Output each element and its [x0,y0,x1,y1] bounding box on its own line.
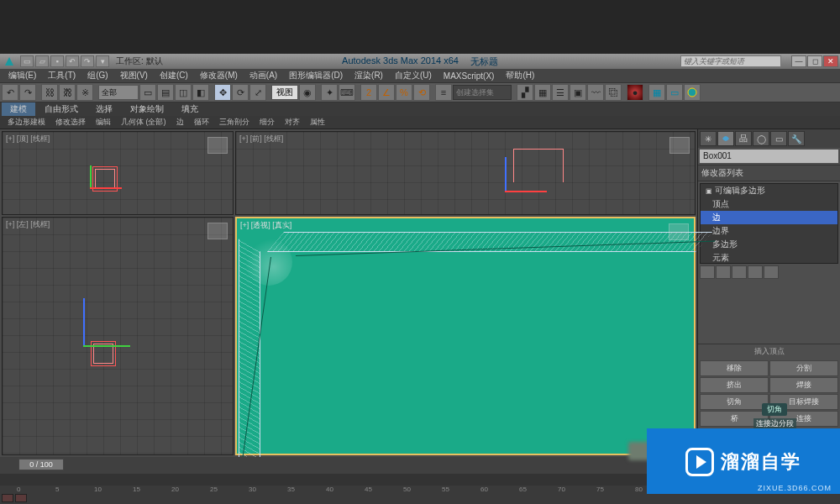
menu-views[interactable]: 视图(V) [115,69,153,82]
material-editor-icon[interactable]: ● [627,84,643,101]
select-move-icon[interactable]: ✥ [214,84,231,101]
pin-stack-icon[interactable] [700,265,715,279]
align-icon[interactable]: ▦ [534,84,551,101]
viewport-left[interactable]: [+] [左] [线框] [2,217,234,455]
qat-open-icon[interactable]: ▱ [35,55,49,67]
ribbon-tab-objectpaint[interactable]: 对象绘制 [122,102,172,116]
keyboard-shortcut-icon[interactable]: ⌨ [339,84,355,101]
rollout-insert-vertex[interactable]: 插入顶点 [698,344,840,359]
viewcube-icon[interactable] [207,223,228,239]
extrude-button[interactable]: 挤出 [700,377,769,393]
graphite-toggle-icon[interactable]: ▣ [570,84,586,101]
ribbon-panel[interactable]: 编辑 [92,116,115,129]
ribbon-panel[interactable]: 修改选择 [51,116,90,129]
ribbon-tab-populate[interactable]: 填充 [173,102,207,116]
display-tab-icon[interactable]: ▭ [770,131,787,146]
stack-item-editable-poly[interactable]: 可编辑多边形 [701,184,837,197]
menu-animation[interactable]: 动画(A) [244,69,282,82]
weld-button[interactable]: 焊接 [769,377,838,393]
hierarchy-tab-icon[interactable]: 品 [735,131,752,146]
modifier-stack[interactable]: 可编辑多边形 顶点 边 边界 多边形 元素 [700,183,838,264]
maximize-button[interactable]: ◻ [807,55,822,67]
layers-icon[interactable]: ☰ [552,84,569,101]
menu-group[interactable]: 组(G) [82,69,113,82]
modify-tab-icon[interactable] [717,131,734,146]
qat-undo-icon[interactable]: ↶ [66,55,79,67]
menu-grapheditors[interactable]: 图形编辑器(D) [284,69,348,82]
select-by-name-icon[interactable]: ▤ [157,84,174,101]
menu-customize[interactable]: 自定义(U) [390,69,437,82]
ribbon-panel[interactable]: 对齐 [281,116,304,129]
ribbon-panel[interactable]: 属性 [306,116,329,129]
workspace-label[interactable]: 工作区: 默认 [116,55,163,67]
bind-spacewarp-icon[interactable]: ※ [76,84,93,101]
qat-save-icon[interactable]: ▪ [50,55,64,67]
time-slider[interactable]: 0 / 100 [0,457,697,474]
maxscript-listener-icon[interactable] [2,494,13,502]
ribbon-panel[interactable]: 多边形建模 [3,116,50,129]
schematic-view-icon[interactable]: ⿻ [605,84,622,101]
render-setup-icon[interactable]: ▦ [648,84,665,101]
ribbon-tab-selection[interactable]: 选择 [87,102,121,116]
qat-redo-icon[interactable]: ↷ [81,55,94,67]
viewcube-icon[interactable] [669,223,689,240]
stack-sub-edge[interactable]: 边 [701,211,837,224]
snap-angle-icon[interactable]: ∠ [378,84,395,101]
minimize-button[interactable]: — [791,55,806,67]
manipulate-icon[interactable]: ✦ [321,84,338,101]
named-selection-dropdown[interactable]: 创建选择集 [453,85,512,100]
ref-coord-dropdown[interactable]: 视图 [271,85,298,100]
viewport-label[interactable]: [+] [左] [线框] [6,219,50,230]
snap-spinner-icon[interactable]: ⟲ [413,84,430,101]
viewport-top[interactable]: [+] [顶] [线框] [2,131,234,215]
link-icon[interactable]: ⛓ [41,84,58,101]
object-name-field[interactable]: Box001 [700,150,838,163]
menu-tools[interactable]: 工具(T) [43,69,81,82]
menu-create[interactable]: 创建(C) [155,69,193,82]
render-production-icon[interactable] [684,84,701,101]
ribbon-tab-freeform[interactable]: 自由形式 [36,102,87,116]
viewport-label[interactable]: [+] [前] [线框] [239,134,283,144]
unlink-icon[interactable]: ⛓̸ [59,84,76,101]
stack-sub-polygon[interactable]: 多边形 [701,238,837,251]
named-selection-edit-icon[interactable]: ≡ [435,84,452,101]
stack-sub-border[interactable]: 边界 [701,224,837,238]
pivot-center-icon[interactable]: ◉ [299,84,316,101]
selection-filter-dropdown[interactable]: 全部 [98,85,139,100]
ribbon-panel[interactable]: 三角剖分 [215,116,254,129]
viewport-label[interactable]: [+] [顶] [线框] [6,134,50,144]
redo-icon[interactable]: ↷ [19,84,36,101]
menu-edit[interactable]: 编辑(E) [3,69,41,82]
utilities-tab-icon[interactable]: 🔧 [788,131,805,146]
transform-gizmo-icon[interactable] [505,157,547,199]
remove-modifier-icon[interactable] [748,265,763,279]
menu-maxscript[interactable]: MAXScript(X) [438,71,500,81]
ribbon-panel[interactable]: 边 [172,116,188,129]
undo-icon[interactable]: ↶ [2,84,18,101]
close-button[interactable]: ✕ [823,55,838,67]
ribbon-panel[interactable]: 几何体 (全部) [117,116,171,129]
menu-rendering[interactable]: 渲染(R) [349,69,388,82]
configure-sets-icon[interactable] [764,265,779,279]
transform-gizmo-icon[interactable] [83,298,125,340]
viewcube-icon[interactable] [669,137,690,154]
curve-editor-icon[interactable]: 〰 [587,84,604,101]
status-box[interactable] [15,494,27,502]
time-slider-knob[interactable]: 0 / 100 [18,459,64,470]
snap-percent-icon[interactable]: % [396,84,412,101]
viewcube-icon[interactable] [207,137,228,154]
select-object-icon[interactable]: ▭ [139,84,156,101]
viewport-perspective[interactable]: [+] [透视] [真实] 切角 连接边分段 ⇕1.209 ⇕9 ▭ ▾ ✓ +… [235,217,696,455]
qat-new-icon[interactable]: ▭ [20,55,34,67]
make-unique-icon[interactable] [732,265,747,279]
menu-help[interactable]: 帮助(H) [501,69,539,82]
select-region-icon[interactable]: ◫ [175,84,192,101]
split-button[interactable]: 分割 [769,360,838,376]
stack-sub-vertex[interactable]: 顶点 [701,197,837,211]
viewport-front[interactable]: [+] [前] [线框] [235,131,696,215]
stack-sub-element[interactable]: 元素 [701,251,837,264]
window-crossing-icon[interactable]: ◧ [192,84,209,101]
select-scale-icon[interactable]: ⤢ [249,84,266,101]
transform-gizmo-icon[interactable] [90,165,132,207]
mirror-icon[interactable]: ▞ [517,84,533,101]
